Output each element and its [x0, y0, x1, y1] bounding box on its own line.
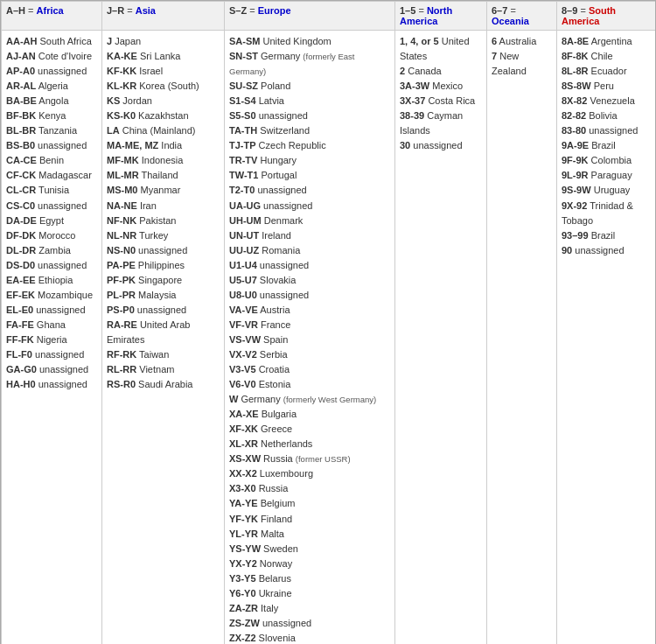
list-item: 8L-8R Ecuador — [562, 64, 653, 79]
header-prefix-samerica: 8–9 — [562, 5, 577, 16]
list-item: MF-MK Indonesia — [107, 153, 220, 168]
list-item: VA-VE Austria — [229, 303, 390, 318]
list-item: NA-NE Iran — [107, 199, 220, 214]
header-region-asia: Asia — [136, 5, 156, 16]
header-africa: A–H = Africa — [2, 2, 102, 31]
header-prefix-oceania: 6–7 — [492, 5, 507, 16]
list-item: MA-ME, MZ India — [107, 138, 220, 153]
list-item: DF-DK Morocco — [6, 228, 97, 243]
list-item: KL-KR Korea (South) — [107, 79, 220, 94]
header-region-africa: Africa — [37, 5, 64, 16]
main-table-container: A–H = AfricaJ–R = AsiaS–Z = Europe1–5 = … — [0, 0, 656, 644]
list-item: CL-CR Tunisia — [6, 183, 97, 198]
list-item: TW-T1 Portugal — [229, 168, 390, 183]
list-item: YF-YK Finland — [229, 512, 390, 527]
list-item: 9L-9R Paraguay — [562, 168, 653, 183]
list-item: MS-M0 Myanmar — [107, 183, 220, 198]
list-item: LA China (Mainland) — [107, 123, 220, 138]
list-item: VF-VR France — [229, 318, 390, 332]
list-item: Y6-Y0 Ukraine — [229, 586, 390, 601]
list-item: RF-RK Taiwan — [107, 347, 220, 362]
list-item: PF-PK Singapore — [107, 273, 220, 288]
list-item: 82-82 Bolivia — [562, 108, 653, 123]
list-item: DL-DR Zambia — [6, 243, 97, 258]
list-item: VS-VW Spain — [229, 332, 390, 347]
list-item: 9A-9E Brazil — [562, 138, 653, 153]
header-eq-namerica: = — [418, 5, 426, 16]
list-item: 90 unassigned — [562, 243, 653, 258]
list-item: FA-FE Ghana — [6, 318, 97, 332]
list-item: 8A-8E Argentina — [562, 34, 653, 49]
list-item: UH-UM Denmark — [229, 214, 390, 228]
list-item: FF-FK Nigeria — [6, 332, 97, 347]
list-item: UU-UZ Romania — [229, 243, 390, 258]
list-item: 3A-3W Mexico — [400, 79, 482, 94]
list-item: BS-B0 unassigned — [6, 138, 97, 153]
list-item: 38-39 Cayman Islands — [400, 108, 482, 138]
list-item: S1-S4 Latvia — [229, 94, 390, 108]
list-item: KF-KK Israel — [107, 64, 220, 79]
list-item: 9X-92 Trinidad & Tobago — [562, 199, 653, 228]
header-prefix-asia: J–R — [107, 5, 124, 16]
list-item: SN-ST Germany (formerly East Germany) — [229, 49, 390, 79]
list-item: SA-SM United Kingdom — [229, 34, 390, 49]
list-item: AJ-AN Cote d'Ivoire — [6, 49, 97, 64]
list-item: U1-U4 unassigned — [229, 258, 390, 273]
list-item: 8X-82 Venezuela — [562, 94, 653, 108]
list-item: AR-AL Algeria — [6, 79, 97, 94]
list-item: RS-R0 Saudi Arabia — [107, 377, 220, 392]
list-item: ZX-Z2 Slovenia — [229, 631, 390, 644]
list-item: DA-DE Egypt — [6, 214, 97, 228]
vin-table: A–H = AfricaJ–R = AsiaS–Z = Europe1–5 = … — [1, 1, 656, 644]
list-item: S5-S0 unassigned — [229, 108, 390, 123]
header-namerica: 1–5 = North America — [395, 2, 487, 31]
list-item: TR-TV Hungary — [229, 153, 390, 168]
header-prefix-europe: S–Z — [229, 5, 247, 16]
list-item: PS-P0 unassigned — [107, 303, 220, 318]
list-item: 8S-8W Peru — [562, 79, 653, 94]
list-item: XL-XR Netherlands — [229, 437, 390, 452]
header-europe: S–Z = Europe — [225, 2, 395, 31]
header-region-oceania: Oceania — [492, 16, 529, 26]
list-item: RL-RR Vietnam — [107, 362, 220, 377]
header-prefix-africa: A–H — [6, 5, 25, 16]
list-item: CS-C0 unassigned — [6, 199, 97, 214]
list-item: T2-T0 unassigned — [229, 183, 390, 198]
list-item: YA-YE Belgium — [229, 496, 390, 511]
header-region-europe: Europe — [258, 5, 291, 16]
list-item: KS Jordan — [107, 94, 220, 108]
header-prefix-namerica: 1–5 — [400, 5, 415, 16]
list-item: AA-AH South Africa — [6, 34, 97, 49]
list-item: BF-BK Kenya — [6, 108, 97, 123]
list-item: 2 Canada — [400, 64, 482, 79]
table-data-row: AA-AH South AfricaAJ-AN Cote d'IvoireAP-… — [2, 31, 657, 645]
list-item: W Germany (formerly West Germany) — [229, 392, 390, 407]
cell-oceania: 6 Australia7 New Zealand — [487, 31, 557, 645]
list-item: XX-X2 Luxembourg — [229, 466, 390, 481]
list-item: RA-RE United Arab Emirates — [107, 318, 220, 347]
list-item: V6-V0 Estonia — [229, 377, 390, 392]
list-item: 1, 4, or 5 United States — [400, 34, 482, 64]
list-item: UN-UT Ireland — [229, 228, 390, 243]
list-item: NL-NR Turkey — [107, 228, 220, 243]
list-item: TA-TH Switzerland — [229, 123, 390, 138]
list-item: KS-K0 Kazakhstan — [107, 108, 220, 123]
list-item: U5-U7 Slovakia — [229, 273, 390, 288]
list-item: HA-H0 unassigned — [6, 377, 97, 392]
list-item: CF-CK Madagascar — [6, 168, 97, 183]
list-item: FL-F0 unassigned — [6, 347, 97, 362]
header-eq-samerica: = — [580, 5, 588, 16]
list-item: X3-X0 Russia — [229, 481, 390, 496]
list-item: BA-BE Angola — [6, 94, 97, 108]
list-item: EL-E0 unassigned — [6, 303, 97, 318]
list-item: XS-XW Russia (former USSR) — [229, 452, 390, 466]
list-item: ML-MR Thailand — [107, 168, 220, 183]
header-eq-africa: = — [28, 5, 36, 16]
list-item: PL-PR Malaysia — [107, 288, 220, 303]
list-item: 6 Australia — [492, 34, 552, 49]
list-item: 7 New Zealand — [492, 49, 552, 79]
list-item: AP-A0 unassigned — [6, 64, 97, 79]
cell-samerica: 8A-8E Argentina8F-8K Chile8L-8R Ecuador8… — [557, 31, 657, 645]
list-item: VX-V2 Serbia — [229, 347, 390, 362]
list-item: KA-KE Sri Lanka — [107, 49, 220, 64]
